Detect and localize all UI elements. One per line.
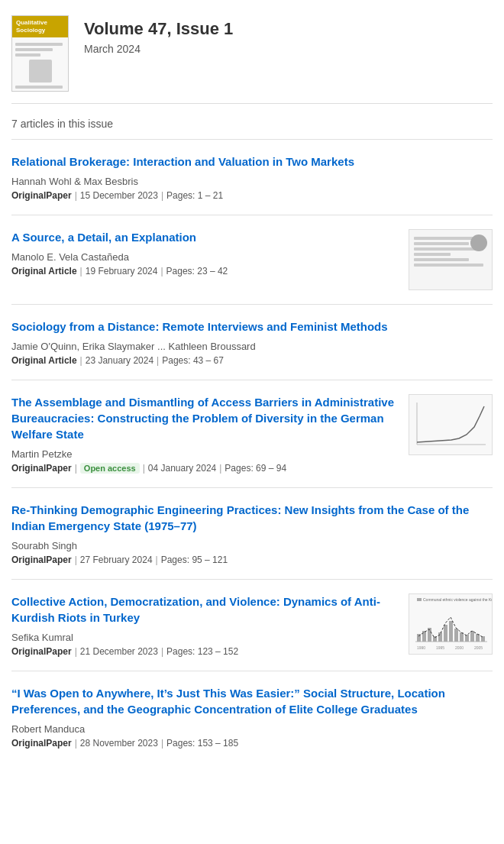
article-meta: Original Article | 19 February 2024 | Pa…	[11, 266, 399, 276]
svg-rect-14	[465, 635, 469, 642]
article-title[interactable]: Sociology from a Distance: Remote Interv…	[11, 319, 493, 335]
article-content: The Assemblage and Dismantling of Access…	[11, 394, 399, 474]
article-type: OriginalPaper	[11, 555, 72, 565]
article-pages: Pages: 23 – 42	[166, 266, 228, 276]
journal-cover: QualitativeSociology 🌿 springer	[11, 15, 69, 92]
meta-sep: |	[75, 555, 77, 565]
article-type: Original Article	[11, 266, 77, 276]
svg-text:Communal ethnic violence again: Communal ethnic violence against the Kur…	[423, 597, 492, 602]
article-item: A Source, a Detail, an Explanation Manol…	[11, 215, 493, 304]
svg-rect-6	[422, 631, 426, 642]
meta-sep: |	[143, 463, 145, 474]
article-meta: OriginalPaper | 28 November 2023 | Pages…	[11, 738, 493, 749]
meta-sep: |	[75, 738, 77, 749]
article-pages: Pages: 69 – 94	[225, 463, 286, 474]
journal-info: Volume 47, Issue 1 March 2024	[84, 15, 233, 55]
article-item: Re-Thinking Demographic Engineering Prac…	[11, 487, 493, 579]
svg-rect-0	[409, 395, 492, 454]
meta-sep: |	[161, 190, 163, 201]
article-authors: Sourabh Singh	[11, 540, 493, 551]
article-pages: Pages: 123 – 152	[166, 646, 238, 657]
article-pages: Pages: 43 – 67	[162, 355, 224, 366]
svg-rect-10	[444, 625, 447, 642]
meta-sep: |	[160, 266, 163, 276]
article-thumbnail: 1990 1995 2000 2005 Communal ethnic viol…	[409, 593, 493, 655]
article-date: 23 January 2024	[86, 355, 153, 366]
article-date: 28 November 2023	[80, 738, 158, 749]
bar-chart-thumb: 1990 1995 2000 2005 Communal ethnic viol…	[409, 594, 492, 654]
svg-text:2000: 2000	[455, 645, 464, 650]
article-content: Relational Brokerage: Interaction and Va…	[11, 154, 493, 201]
article-pages: Pages: 95 – 121	[161, 555, 228, 565]
article-authors: Martin Petzke	[11, 448, 399, 460]
article-title[interactable]: “I Was Open to Anywhere, It’s Just This …	[11, 685, 493, 717]
article-thumbnail	[409, 394, 493, 455]
meta-sep: |	[80, 266, 82, 276]
article-meta: OriginalPaper | Open access | 04 January…	[11, 463, 399, 474]
article-authors: Sefika Kumral	[11, 632, 399, 643]
article-title[interactable]: The Assemblage and Dismantling of Access…	[11, 394, 399, 442]
article-type: OriginalPaper	[11, 646, 72, 657]
line-chart-thumb	[409, 395, 492, 454]
article-content: Sociology from a Distance: Remote Interv…	[11, 319, 493, 366]
svg-text:2005: 2005	[474, 645, 483, 650]
svg-rect-12	[454, 629, 458, 642]
article-type: OriginalPaper	[11, 738, 72, 749]
article-pages: Pages: 153 – 185	[166, 738, 238, 749]
article-item: “I Was Open to Anywhere, It’s Just This …	[11, 671, 493, 762]
svg-rect-22	[417, 598, 422, 601]
svg-rect-15	[470, 631, 474, 642]
article-authors: Hannah Wohl & Max Besbris	[11, 176, 493, 187]
article-title[interactable]: Re-Thinking Demographic Engineering Prac…	[11, 502, 493, 534]
article-title[interactable]: A Source, a Detail, an Explanation	[11, 229, 399, 245]
article-content: Collective Action, Democratization, and …	[11, 593, 399, 657]
svg-rect-11	[449, 621, 453, 642]
meta-sep: |	[156, 555, 158, 565]
journal-volume: Volume 47, Issue 1	[84, 19, 233, 39]
meta-sep: |	[75, 646, 77, 657]
journal-date: March 2024	[84, 43, 233, 55]
article-type: OriginalPaper	[11, 463, 72, 474]
journal-header: QualitativeSociology 🌿 springer Volume 4…	[0, 0, 504, 103]
meta-sep: |	[161, 646, 163, 657]
article-title[interactable]: Relational Brokerage: Interaction and Va…	[11, 154, 493, 170]
article-date: 27 February 2024	[80, 555, 153, 565]
meta-sep: |	[157, 355, 159, 366]
article-content: “I Was Open to Anywhere, It’s Just This …	[11, 685, 493, 749]
article-date: 19 February 2024	[86, 266, 158, 276]
article-meta: OriginalPaper | 27 February 2024 | Pages…	[11, 555, 493, 565]
article-meta: Original Article | 23 January 2024 | Pag…	[11, 355, 493, 366]
article-item: Relational Brokerage: Interaction and Va…	[11, 139, 493, 215]
article-meta: OriginalPaper | 21 December 2023 | Pages…	[11, 646, 399, 657]
article-list: Relational Brokerage: Interaction and Va…	[0, 139, 504, 762]
meta-sep: |	[75, 463, 77, 474]
article-meta: OriginalPaper | 15 December 2023 | Pages…	[11, 190, 493, 201]
article-type: OriginalPaper	[11, 190, 72, 201]
svg-text:1995: 1995	[436, 645, 444, 650]
article-item: Collective Action, Democratization, and …	[11, 579, 493, 671]
article-item: Sociology from a Distance: Remote Interv…	[11, 304, 493, 380]
article-title[interactable]: Collective Action, Democratization, and …	[11, 593, 399, 626]
article-pages: Pages: 1 – 21	[166, 190, 223, 201]
meta-sep: |	[80, 355, 82, 366]
article-item: The Assemblage and Dismantling of Access…	[11, 380, 493, 487]
open-access-badge: Open access	[80, 463, 140, 474]
article-thumbnail	[409, 229, 493, 290]
meta-sep: |	[219, 463, 221, 474]
article-authors: Jamie O'Quinn, Erika Slaymaker ... Kathl…	[11, 341, 493, 352]
article-date: 04 January 2024	[148, 463, 216, 474]
article-type: Original Article	[11, 355, 77, 366]
article-authors: Robert Manduca	[11, 723, 493, 735]
issue-summary: 7 articles in this issue	[0, 104, 504, 139]
meta-sep: |	[75, 190, 77, 201]
svg-rect-17	[481, 636, 485, 642]
article-content: A Source, a Detail, an Explanation Manol…	[11, 229, 399, 276]
article-date: 21 December 2023	[80, 646, 158, 657]
svg-text:1990: 1990	[417, 645, 425, 650]
meta-sep: |	[161, 738, 163, 749]
article-content: Re-Thinking Demographic Engineering Prac…	[11, 502, 493, 565]
article-date: 15 December 2023	[80, 190, 158, 201]
svg-rect-9	[438, 632, 442, 642]
article-authors: Manolo E. Vela Castañeda	[11, 251, 399, 263]
